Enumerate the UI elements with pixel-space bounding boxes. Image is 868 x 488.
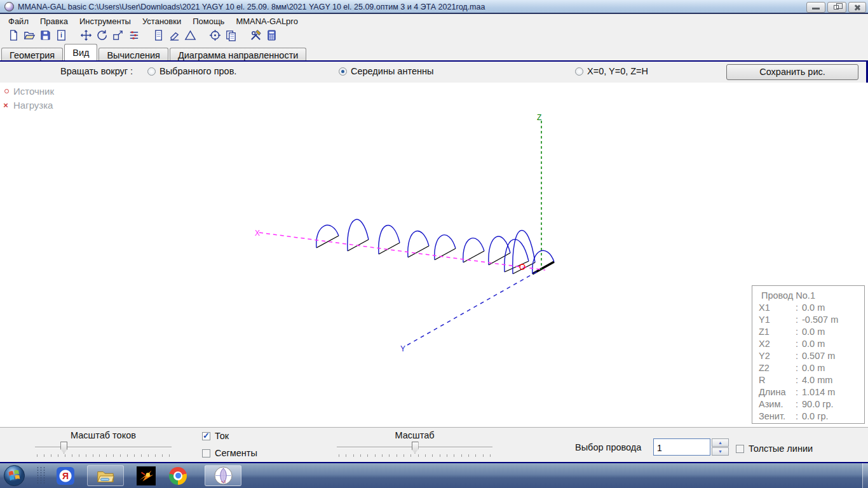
y-axis — [407, 271, 538, 345]
new-file-icon[interactable] — [6, 29, 20, 43]
toolbar: i — [0, 27, 868, 44]
current-checkbox[interactable] — [202, 432, 210, 440]
taskbar-flame-icon[interactable] — [135, 465, 157, 486]
elements-list-icon[interactable] — [126, 29, 140, 43]
wire-page-icon[interactable] — [151, 29, 165, 43]
current-curve-7 — [489, 236, 510, 265]
x-axis-label: X — [255, 229, 260, 238]
wire-select-down-button[interactable]: ▼ — [712, 447, 729, 456]
minimize-icon — [812, 8, 820, 10]
menu-item-2[interactable]: Правка — [34, 17, 74, 26]
svg-text:i: i — [60, 32, 62, 39]
rotate-option-3[interactable]: X=0, Y=0, Z=H — [575, 66, 648, 76]
view-options-row: Вращать вокруг : Выбранного пров.Середин… — [0, 62, 868, 83]
start-button[interactable] — [3, 464, 25, 487]
radio-button[interactable] — [147, 67, 156, 76]
antenna-element-6[interactable] — [463, 251, 484, 262]
triangle-icon[interactable] — [183, 29, 197, 43]
show-desktop-button[interactable] — [862, 463, 868, 488]
slider-ticks — [37, 454, 170, 457]
taskbar-yandex-icon[interactable]: Я — [55, 465, 76, 486]
menu-item-4[interactable]: Установки — [137, 17, 187, 26]
wire-info-row-Азим.: Азим.:90.0 гр. — [759, 399, 864, 411]
current-curve-4 — [408, 231, 429, 257]
antenna-plot: XYZ — [0, 83, 868, 427]
wire-info-row-Z1: Z1:0.0 m — [759, 327, 864, 339]
taskbar-chrome-icon[interactable] — [167, 465, 189, 486]
antenna-element-3[interactable] — [379, 243, 400, 254]
toolbar-separator — [142, 35, 151, 36]
scale-slider[interactable] — [337, 442, 492, 454]
wire-select-input[interactable] — [653, 438, 710, 456]
taskbar-drag-handle — [36, 466, 46, 485]
info-icon[interactable]: i — [54, 29, 68, 43]
menu-item-1[interactable]: Файл — [3, 17, 34, 26]
target-icon[interactable] — [208, 29, 222, 43]
copy-icon[interactable] — [224, 29, 238, 43]
antenna-element-7[interactable] — [489, 253, 510, 265]
wire-info-row-Зенит.: Зенит.:0.0 гр. — [759, 411, 864, 423]
antenna-element-1[interactable] — [316, 236, 339, 248]
scale-slider-thumb[interactable] — [412, 442, 419, 454]
svg-text:ч.3: ч.3 — [220, 480, 225, 484]
segments-checkbox[interactable] — [202, 449, 210, 458]
menu-item-3[interactable]: Инструменты — [74, 17, 137, 26]
wire-info-row-Y1: Y1:-0.507 m — [759, 315, 864, 327]
current-scale-slider-thumb[interactable] — [60, 442, 67, 454]
save-icon[interactable] — [38, 29, 52, 43]
scale-window-icon[interactable] — [111, 29, 125, 43]
taskbar-mmana-icon[interactable]: ч.3 — [205, 465, 241, 486]
calculator-icon[interactable] — [264, 29, 278, 43]
current-scale-slider[interactable] — [35, 442, 172, 454]
eraser-icon[interactable] — [167, 29, 181, 43]
y-axis-label: Y — [400, 344, 405, 353]
rotate-icon[interactable] — [95, 29, 109, 43]
rotate-option-1[interactable]: Выбранного пров. — [147, 66, 236, 76]
save-picture-button[interactable]: Сохранить рис. — [726, 64, 858, 80]
radio-label: X=0, Y=0, Z=H — [587, 66, 648, 76]
restore-icon — [834, 5, 839, 10]
current-checkbox-label: Ток — [215, 431, 229, 441]
menu-item-6[interactable]: MMANA-GALpro — [230, 17, 304, 26]
antenna-element-4[interactable] — [408, 246, 429, 257]
current-curve-6 — [463, 238, 484, 262]
title-bar: MMANA-GAL basic C:\Users\User\Downloads\… — [0, 0, 868, 14]
thick-lines-checkbox[interactable] — [736, 445, 744, 453]
tab-Диаграмма направленности[interactable]: Диаграмма направленности — [170, 48, 306, 62]
restore-button[interactable] — [827, 2, 846, 13]
taskbar: Яч.3 EN Z 15:15 28.10.2024 — [0, 463, 868, 488]
wire-info-row-Длина: Длина:1.014 m — [759, 387, 864, 399]
open-folder-icon[interactable] — [22, 29, 36, 43]
tab-Вычисления[interactable]: Вычисления — [98, 48, 168, 62]
radio-label: Выбранного пров. — [159, 66, 236, 76]
bottom-control-bar: Масштаб токов Ток Сегменты Масштаб Выбор… — [0, 427, 868, 462]
antenna-element-5[interactable] — [435, 248, 456, 260]
radio-button[interactable] — [339, 67, 347, 76]
close-button[interactable] — [848, 2, 866, 13]
move-icon[interactable] — [79, 29, 93, 43]
slider-track — [35, 447, 172, 448]
tools-icon[interactable] — [248, 29, 262, 43]
current-curve-1 — [316, 225, 339, 248]
wire-info-row-X1: X1:0.0 m — [759, 302, 864, 315]
tab-Геометрия[interactable]: Геометрия — [1, 48, 63, 62]
thick-lines-checkbox-row[interactable]: Толстые линии — [736, 444, 813, 454]
menu-item-5[interactable]: Помощь — [187, 17, 230, 26]
tab-Вид[interactable]: Вид — [64, 44, 97, 60]
wire-select-up-button[interactable]: ▲ — [712, 438, 729, 447]
segments-checkbox-row[interactable]: Сегменты — [202, 448, 257, 458]
wire-info-row-Y2: Y2:0.507 m — [759, 351, 864, 363]
current-curve-5 — [435, 235, 456, 260]
antenna-3d-view[interactable]: Источник × Нагрузка XYZ Провод No.1 X1:0… — [0, 83, 868, 427]
taskbar-explorer-icon[interactable] — [87, 465, 124, 486]
thick-lines-checkbox-label: Толстые линии — [749, 444, 813, 454]
minimize-button[interactable] — [806, 2, 825, 13]
close-icon — [853, 4, 861, 11]
current-curve-3 — [379, 225, 400, 254]
wire-info-row-Z2: Z2:0.0 m — [759, 363, 864, 375]
radio-button[interactable] — [575, 67, 583, 76]
rotate-option-2[interactable]: Середины антенны — [339, 66, 433, 76]
current-checkbox-row[interactable]: Ток — [202, 431, 229, 441]
toolbar-separator — [70, 35, 79, 36]
tab-strip: ГеометрияВидВычисленияДиаграмма направле… — [0, 44, 868, 60]
